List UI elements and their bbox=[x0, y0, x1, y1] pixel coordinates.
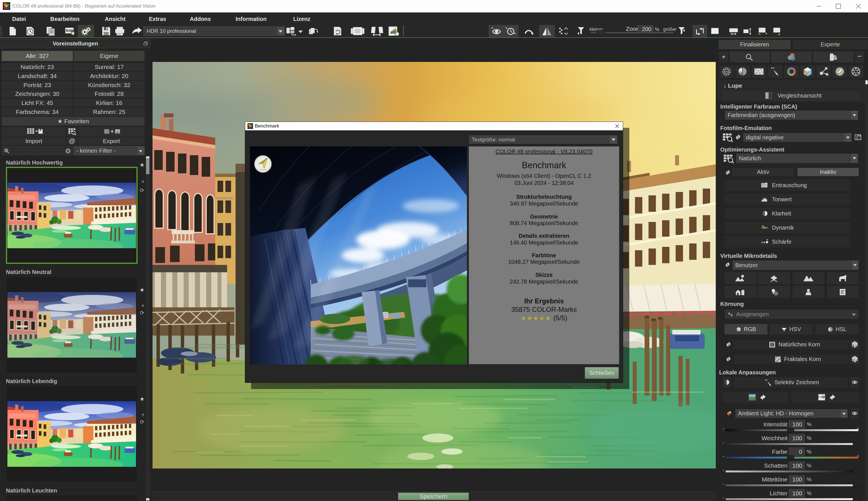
svg-text:COLOR 8: COLOR 8 bbox=[259, 169, 267, 170]
